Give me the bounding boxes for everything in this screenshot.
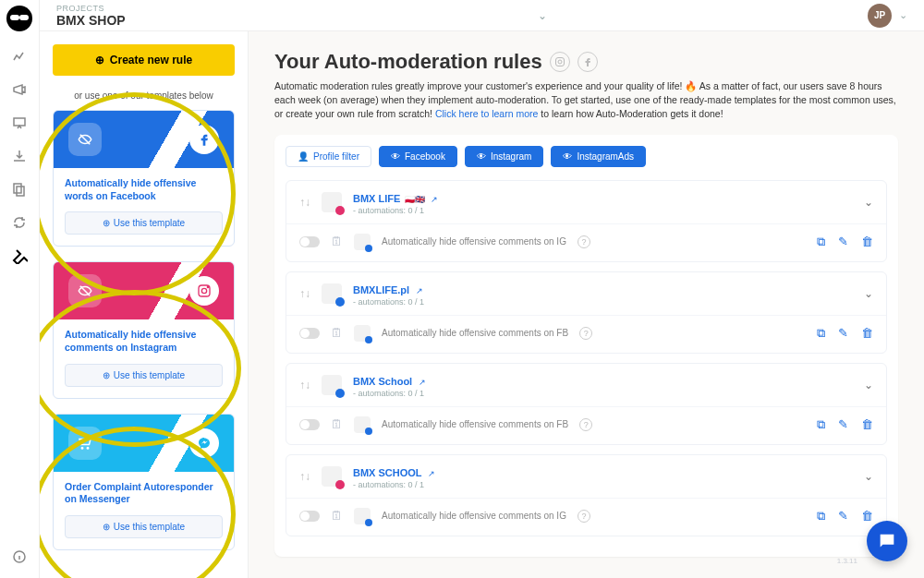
facebook-icon[interactable]: [578, 52, 598, 72]
rule-group-name[interactable]: BMX School: [353, 376, 412, 387]
user-icon: 👤: [298, 151, 309, 162]
use-template-button[interactable]: ⊕Use this template: [65, 515, 223, 538]
sort-icon[interactable]: ↑↓: [299, 196, 310, 209]
external-link-icon[interactable]: ↗: [419, 378, 426, 387]
flags: 🇵🇱🇬🇧: [405, 195, 425, 204]
rule-row: 🗓 Automatically hide offensive comments …: [286, 315, 886, 353]
nav-automod-icon[interactable]: [11, 247, 28, 264]
rule-group-subtitle: - automations: 0 / 1: [353, 389, 426, 398]
rule-group: ↑↓ BMX SCHOOL ↗ - automations: 0 / 1 ⌄ 🗓…: [286, 454, 887, 536]
user-avatar[interactable]: JP: [868, 4, 892, 28]
eye-off-icon: [68, 123, 102, 156]
edit-icon[interactable]: ✎: [838, 326, 848, 341]
rule-toggle[interactable]: [299, 511, 320, 522]
rule-toggle[interactable]: [299, 419, 320, 430]
filters-row: 👤Profile filter 👁Facebook 👁Instagram 👁In…: [286, 146, 887, 167]
create-rule-button[interactable]: ⊕ Create new rule: [53, 44, 235, 76]
calendar-icon[interactable]: 🗓: [331, 509, 343, 523]
delete-icon[interactable]: 🗑: [861, 235, 873, 249]
svg-point-5: [201, 289, 206, 294]
rule-group-name[interactable]: BMX LIFE: [353, 193, 400, 204]
delete-icon[interactable]: 🗑: [861, 509, 873, 524]
edit-icon[interactable]: ✎: [838, 509, 848, 524]
sort-icon[interactable]: ↑↓: [299, 470, 310, 483]
eye-off-icon: [68, 274, 102, 307]
template-title: Order Complaint Autoresponder on Messeng…: [65, 481, 223, 506]
rule-group-header[interactable]: ↑↓ BMX LIFE 🇵🇱🇬🇧 ↗ - automations: 0 / 1 …: [286, 181, 886, 223]
rule-text: Automatically hide offensive comments on…: [382, 419, 568, 429]
rule-toggle[interactable]: [299, 328, 320, 339]
instagram-icon[interactable]: [550, 52, 570, 72]
rule-group-header[interactable]: ↑↓ BMX SCHOOL ↗ - automations: 0 / 1 ⌄: [286, 455, 886, 498]
external-link-icon[interactable]: ↗: [416, 286, 423, 295]
chat-fab[interactable]: [867, 521, 907, 561]
plus-circle-icon: ⊕: [103, 218, 110, 228]
templates-subtitle: or use one of our templates below: [53, 90, 235, 101]
sort-icon[interactable]: ↑↓: [299, 287, 310, 300]
filter-instagramads[interactable]: 👁InstagramAds: [551, 146, 646, 167]
nav-presentation-icon[interactable]: [11, 114, 28, 131]
templates-sidebar: ⊕ Create new rule or use one of our temp…: [40, 31, 249, 578]
page-avatar-icon: [322, 192, 342, 212]
nav-analytics-icon[interactable]: [11, 48, 28, 65]
rule-text: Automatically hide offensive comments on…: [382, 328, 568, 338]
copy-icon[interactable]: ⧉: [817, 326, 825, 341]
page-avatar-icon: [354, 508, 371, 524]
nav-download-icon[interactable]: [11, 148, 28, 164]
help-icon[interactable]: ?: [578, 510, 590, 523]
chevron-down-icon[interactable]: ⌄: [864, 379, 873, 391]
chevron-down-icon[interactable]: ⌄: [864, 470, 873, 483]
calendar-icon[interactable]: 🗓: [331, 326, 343, 340]
help-icon[interactable]: ?: [579, 327, 592, 340]
breadcrumb-label: PROJECTS: [56, 4, 131, 13]
nav-info-icon[interactable]: [11, 548, 28, 565]
rule-group: ↑↓ BMXLIFE.pl ↗ - automations: 0 / 1 ⌄ 🗓…: [286, 271, 887, 354]
external-link-icon[interactable]: ↗: [428, 469, 435, 478]
nav-megaphone-icon[interactable]: [11, 81, 28, 98]
copy-icon[interactable]: ⧉: [817, 235, 825, 249]
rule-group-name[interactable]: BMXLIFE.pl: [353, 284, 409, 295]
filter-instagram[interactable]: 👁Instagram: [465, 146, 543, 167]
rule-group-subtitle: - automations: 0 / 1: [353, 297, 424, 307]
template-card-messenger: Order Complaint Autoresponder on Messeng…: [53, 414, 235, 550]
chevron-down-icon[interactable]: ⌄: [864, 287, 873, 300]
template-title: Automatically hide offensive comments on…: [65, 329, 223, 354]
rule-group-header[interactable]: ↑↓ BMX School ↗ - automations: 0 / 1 ⌄: [286, 364, 886, 406]
delete-icon[interactable]: 🗑: [861, 326, 873, 341]
breadcrumb-title[interactable]: BMX SHOP: [56, 13, 126, 28]
rule-toggle[interactable]: [299, 236, 320, 247]
copy-icon[interactable]: ⧉: [817, 417, 825, 432]
rule-group-name[interactable]: BMX SCHOOL: [353, 467, 422, 478]
eye-icon: 👁: [477, 151, 486, 162]
sort-icon[interactable]: ↑↓: [299, 379, 310, 391]
chevron-down-icon[interactable]: ⌄: [538, 9, 547, 22]
calendar-icon[interactable]: 🗓: [331, 417, 343, 431]
svg-rect-7: [555, 58, 564, 66]
external-link-icon[interactable]: ↗: [431, 195, 438, 204]
edit-icon[interactable]: ✎: [838, 235, 848, 249]
chevron-down-icon[interactable]: ⌄: [864, 196, 873, 209]
rule-group-subtitle: - automations: 0 / 1: [353, 206, 438, 215]
copy-icon[interactable]: ⧉: [817, 509, 825, 524]
profile-filter-button[interactable]: 👤Profile filter: [286, 146, 371, 167]
plus-circle-icon: ⊕: [103, 370, 110, 380]
learn-more-link[interactable]: Click here to learn more: [435, 108, 538, 119]
nav-copy-icon[interactable]: [11, 181, 28, 198]
help-icon[interactable]: ?: [579, 418, 592, 431]
edit-icon[interactable]: ✎: [838, 417, 848, 432]
delete-icon[interactable]: 🗑: [861, 417, 873, 432]
chevron-down-icon[interactable]: ⌄: [899, 9, 907, 21]
use-template-button[interactable]: ⊕Use this template: [65, 211, 223, 235]
rule-group: ↑↓ BMX LIFE 🇵🇱🇬🇧 ↗ - automations: 0 / 1 …: [286, 180, 887, 262]
version-label: 1.3.11: [837, 557, 857, 565]
facebook-icon: [189, 125, 219, 154]
page-avatar-icon: [322, 283, 342, 304]
rule-row: 🗓 Automatically hide offensive comments …: [286, 223, 886, 261]
help-icon[interactable]: ?: [578, 235, 590, 248]
calendar-icon[interactable]: 🗓: [331, 235, 343, 248]
nav-refresh-icon[interactable]: [11, 214, 28, 231]
use-template-button[interactable]: ⊕Use this template: [65, 364, 223, 387]
svg-point-6: [207, 287, 208, 288]
rule-group-header[interactable]: ↑↓ BMXLIFE.pl ↗ - automations: 0 / 1 ⌄: [286, 272, 886, 315]
filter-facebook[interactable]: 👁Facebook: [379, 146, 457, 167]
